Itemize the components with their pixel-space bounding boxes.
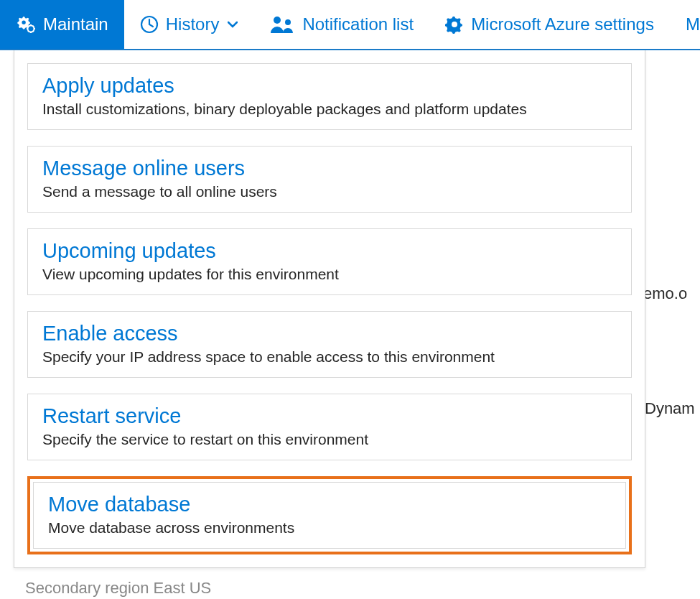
menu-move-database[interactable]: Move database Move database across envir… <box>33 482 626 549</box>
highlight-box: Move database Move database across envir… <box>27 476 632 554</box>
menu-enable-access[interactable]: Enable access Specify your IP address sp… <box>27 311 632 378</box>
menu-desc: Install customizations, binary deployabl… <box>42 101 617 118</box>
history-button[interactable]: History <box>124 0 254 49</box>
menu-title: Message online users <box>42 157 617 180</box>
menu-message-online-users[interactable]: Message online users Send a message to a… <box>27 146 632 213</box>
bg-text-1: emo.o <box>643 284 687 303</box>
svg-point-3 <box>285 19 291 25</box>
menu-apply-updates[interactable]: Apply updates Install customizations, bi… <box>27 63 632 130</box>
chevron-down-icon <box>228 18 238 31</box>
menu-title: Restart service <box>42 404 617 428</box>
menu-desc: Specify the service to restart on this e… <box>42 431 617 448</box>
notification-list-label: Notification list <box>302 14 414 34</box>
more-cut-button[interactable]: Mi <box>670 0 700 49</box>
menu-restart-service[interactable]: Restart service Specify the service to r… <box>27 394 632 460</box>
gear-icon <box>445 15 464 34</box>
notification-list-button[interactable]: Notification list <box>253 0 429 49</box>
maintain-button[interactable]: Maintain <box>0 0 124 49</box>
history-icon <box>140 15 159 34</box>
bg-text-3: Secondary region East US <box>25 579 211 598</box>
toolbar: Maintain History Notification list <box>0 0 700 50</box>
more-cut-label: Mi <box>686 14 700 34</box>
azure-settings-button[interactable]: Microsoft Azure settings <box>429 0 670 49</box>
menu-desc: View upcoming updates for this environme… <box>42 266 617 283</box>
people-icon <box>269 14 295 34</box>
svg-point-4 <box>452 22 457 27</box>
menu-title: Apply updates <box>42 74 617 98</box>
menu-title: Move database <box>48 493 611 516</box>
maintain-label: Maintain <box>43 14 108 34</box>
gears-icon <box>16 14 36 34</box>
menu-desc: Specify your IP address space to enable … <box>42 348 617 366</box>
menu-title: Upcoming updates <box>42 239 617 263</box>
history-label: History <box>166 14 220 34</box>
menu-title: Enable access <box>42 322 617 345</box>
maintain-dropdown: Apply updates Install customizations, bi… <box>14 50 645 568</box>
svg-point-2 <box>274 17 281 24</box>
azure-settings-label: Microsoft Azure settings <box>471 14 654 34</box>
bg-text-2: Dynam <box>645 399 695 418</box>
menu-desc: Move database across environments <box>48 519 611 537</box>
menu-desc: Send a message to all online users <box>42 183 617 200</box>
menu-upcoming-updates[interactable]: Upcoming updates View upcoming updates f… <box>27 228 632 295</box>
